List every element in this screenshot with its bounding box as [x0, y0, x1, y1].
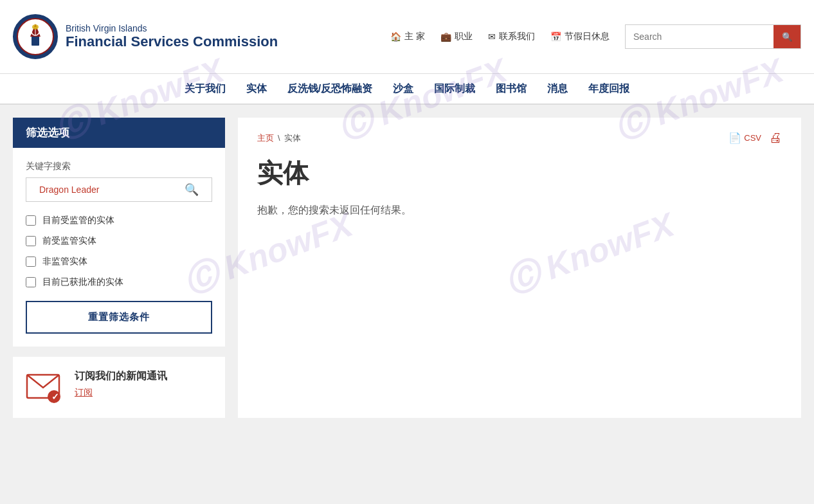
top-search-box: 🔍: [625, 24, 801, 49]
newsletter-section: ✓ 订阅我们的新闻通讯 订阅: [13, 357, 225, 418]
keyword-search-icon[interactable]: 🔍: [185, 183, 199, 197]
reset-btn-wrap: 重置筛选条件: [13, 288, 225, 334]
checkbox-approved[interactable]: 目前已获批准的实体: [26, 276, 212, 288]
top-bar: British Virgin Islands Financial Service…: [0, 0, 814, 74]
main-nav: 关于我们 实体 反洗钱/反恐怖融资 沙盒 国际制裁 图书馆 消息 年度回报: [0, 74, 814, 105]
checkbox-non-regulated-label: 非监管实体: [42, 256, 87, 267]
newsletter-subscribe-link[interactable]: 订阅: [75, 387, 93, 397]
checkbox-regulated[interactable]: 目前受监管的实体: [26, 215, 212, 226]
nav-contact-link[interactable]: ✉ 联系我们: [488, 31, 535, 42]
nav-annual[interactable]: 年度回报: [588, 82, 629, 96]
nav-about[interactable]: 关于我们: [185, 82, 226, 96]
top-search-input[interactable]: [626, 25, 773, 48]
nav-career-link[interactable]: 💼 职业: [440, 31, 473, 42]
print-button[interactable]: 🖨: [769, 130, 782, 145]
mail-icon: ✓: [26, 370, 64, 405]
breadcrumb-actions: 📄 CSV 🖨: [728, 130, 782, 145]
nav-career-label: 职业: [455, 31, 473, 42]
nav-home-link[interactable]: 🏠 主 家: [390, 31, 425, 42]
top-search-button[interactable]: 🔍: [773, 24, 800, 49]
checkbox-approved-label: 目前已获批准的实体: [42, 276, 123, 288]
search-icon: 🔍: [782, 32, 793, 42]
checkbox-non-regulated-input[interactable]: [26, 256, 36, 267]
filter-title: 筛选选项: [13, 118, 225, 148]
nav-sandbox[interactable]: 沙盒: [393, 82, 413, 96]
breadcrumb-left: 主页 \ 实体: [257, 132, 301, 144]
svg-text:✓: ✓: [51, 392, 59, 402]
nav-entities[interactable]: 实体: [246, 82, 267, 96]
filter-section: 筛选选项 关键字搜索 🔍 目前受监管的实体 前受监管实体 非监管实体: [13, 118, 225, 346]
nav-sanctions[interactable]: 国际制裁: [434, 82, 475, 96]
no-results-message: 抱歉，您的搜索未返回任何结果。: [257, 204, 782, 217]
logo-icon: [13, 14, 58, 59]
nav-news[interactable]: 消息: [547, 82, 568, 96]
checkbox-approved-input[interactable]: [26, 277, 36, 287]
newsletter-title: 订阅我们的新闻通讯: [75, 370, 167, 383]
checkbox-formerly-regulated[interactable]: 前受监管实体: [26, 235, 212, 247]
briefcase-icon: 💼: [440, 32, 451, 42]
main-content: 主页 \ 实体 📄 CSV 🖨 实体 抱歉，您的搜索未返回任何结果。: [238, 118, 801, 418]
logo-text: British Virgin Islands Financial Service…: [66, 23, 278, 50]
csv-label: CSV: [744, 133, 761, 143]
nav-library[interactable]: 图书馆: [496, 82, 527, 96]
breadcrumb-separator: \: [278, 133, 280, 143]
page-title: 实体: [257, 156, 782, 191]
checkbox-formerly-regulated-label: 前受监管实体: [42, 235, 96, 247]
calendar-icon: 📅: [550, 32, 561, 42]
org-line1: British Virgin Islands: [66, 23, 278, 33]
svg-point-5: [32, 24, 39, 30]
keyword-label: 关键字搜索: [13, 161, 225, 172]
csv-download-button[interactable]: 📄 CSV: [728, 132, 761, 144]
checkbox-regulated-input[interactable]: [26, 215, 36, 226]
page-body: 筛选选项 关键字搜索 🔍 目前受监管的实体 前受监管实体 非监管实体: [0, 105, 814, 431]
nav-aml[interactable]: 反洗钱/反恐怖融资: [287, 82, 372, 96]
utility-nav: 🏠 主 家 💼 职业 ✉ 联系我们 📅 节假日休息 🔍: [390, 24, 801, 49]
breadcrumb-home-link[interactable]: 主页: [257, 132, 274, 144]
csv-file-icon: 📄: [728, 132, 741, 144]
svg-rect-1: [32, 35, 39, 46]
email-icon: ✉: [488, 32, 496, 42]
nav-holiday-label: 节假日休息: [565, 31, 610, 42]
nav-home-label: 主 家: [404, 31, 425, 42]
sidebar: 筛选选项 关键字搜索 🔍 目前受监管的实体 前受监管实体 非监管实体: [13, 118, 225, 418]
reset-filter-button[interactable]: 重置筛选条件: [26, 301, 212, 334]
mail-icon-wrap: ✓: [26, 370, 64, 405]
breadcrumb: 主页 \ 实体 📄 CSV 🖨: [257, 130, 782, 145]
home-icon: 🏠: [390, 32, 401, 42]
org-line2: Financial Services Commission: [66, 33, 278, 50]
nav-contact-label: 联系我们: [499, 31, 535, 42]
newsletter-text: 订阅我们的新闻通讯 订阅: [75, 370, 167, 399]
checkbox-regulated-label: 目前受监管的实体: [42, 215, 114, 226]
breadcrumb-current: 实体: [284, 132, 301, 144]
checkbox-formerly-regulated-input[interactable]: [26, 236, 36, 246]
nav-holiday-link[interactable]: 📅 节假日休息: [550, 31, 610, 42]
logo-area: British Virgin Islands Financial Service…: [13, 14, 278, 59]
keyword-search-input[interactable]: [39, 184, 185, 195]
checkbox-group: 目前受监管的实体 前受监管实体 非监管实体 目前已获批准的实体: [13, 215, 225, 288]
checkbox-non-regulated[interactable]: 非监管实体: [26, 256, 212, 267]
keyword-search-wrap: 🔍: [26, 177, 212, 202]
